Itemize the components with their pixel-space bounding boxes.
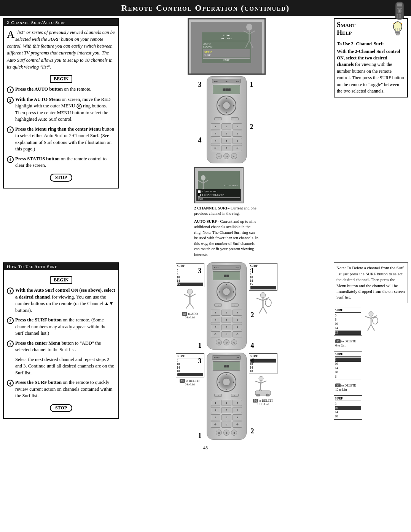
- auto-surf-tv: AUTO SURF AUTO SURF: [194, 167, 244, 203]
- remote-bottom-ring-area: ▲ ▼ ◀ ▶: [209, 282, 245, 302]
- step-3-item: 3 Press the Menu ring then the center Me…: [7, 126, 115, 153]
- step-2-item: 2 With the AUTO Menu on screen, move the…: [7, 96, 115, 123]
- page-bottom-section: How To Use Auto Surf BEGIN 1 With the Au…: [0, 260, 411, 442]
- remote-drawing-top: VOL ▲▼ CH ⬛⬛⬛ ▲ ▼ ◀ ▶: [207, 76, 247, 163]
- remote-ring-area: ▲ ▼ ◀ ▶: [209, 96, 245, 115]
- bottom-center-diagrams: SURF 5 8 10 14 15: [122, 262, 331, 440]
- bottom-step-2-circle: 2: [7, 317, 14, 324]
- smart-help-title-text: Smart Help: [337, 21, 355, 37]
- num-7: 7: [211, 138, 221, 144]
- step-2-label: 2: [250, 123, 253, 131]
- step-4-text: Press STATUS button on the remote contro…: [15, 156, 115, 169]
- remote-btn-b: ⊙: [223, 153, 229, 159]
- person-figure-3: [253, 375, 272, 398]
- num-5: 5: [221, 131, 231, 137]
- bn-0: 0: [221, 331, 231, 337]
- remote-bottom-btns-b: ⊙ ⊙ ⊙: [209, 339, 245, 345]
- smart-help-section: Smart Help: [334, 18, 408, 257]
- bn-5: 5: [221, 317, 231, 323]
- remote-b2-display: ⬛⬛: [213, 361, 240, 371]
- bn-8: 8: [221, 324, 231, 330]
- remote-b2-numpad: 1 2 3 4 5 6 7 8 9 ⊖ 0 ⊖: [209, 399, 245, 428]
- page-header: Remote Control Operation (continued): [0, 0, 411, 16]
- svg-line-48: [255, 381, 261, 383]
- svg-line-47: [260, 381, 261, 389]
- svg-point-33: [187, 289, 193, 294]
- remote-menu-ring: ▲ ▼ ◀ ▶: [217, 96, 236, 115]
- caption-2channel: 2 CHANNEL SURF- Current and one previous…: [194, 206, 259, 217]
- caption-autosurf: AUTO SURF - Current and up to nine addit…: [194, 219, 259, 257]
- bn-1: 1: [211, 310, 221, 316]
- lightbulb-icon: [390, 21, 405, 40]
- add-to-list-label: M to ADD6 to List: [182, 312, 198, 319]
- remote-bottom-menu-ring: ▲ ▼ ◀ ▶: [217, 282, 236, 302]
- remote-b2-center: [223, 378, 230, 386]
- bottom-step-1-circle: 1: [7, 288, 14, 294]
- bottom-right-section: Note: To Delete a channel from the Surf …: [334, 262, 408, 440]
- svg-line-43: [259, 307, 263, 313]
- channel-surf-overlay: AUTO SURF 2-CHANNEL SURF EXIT: [196, 189, 241, 201]
- bott-surf-3: SURF 3 10 14 18: [334, 395, 362, 420]
- step-2-label-b: 2: [251, 311, 254, 319]
- svg-point-55: [369, 312, 373, 316]
- remote-top-buttons: VOL ▲▼ CH: [212, 79, 241, 83]
- remote-top-with-steps: 3 4 1 2 VOL ▲▼ CH ⬛⬛⬛: [207, 76, 247, 163]
- bottom-remote-side-r: −: [231, 304, 239, 307]
- step-4-label-b: 1: [198, 342, 202, 350]
- remote-bottom-display: ⬛⬛: [213, 271, 240, 280]
- surf-ch-5: 5: [177, 269, 178, 272]
- bottom-stop-badge: STOP: [50, 404, 72, 412]
- to-use-label: To Use 2- Channel Surf:: [337, 41, 384, 46]
- num-minus: ⊖: [211, 145, 221, 151]
- step-1-text: Press the AUTO button on the remote.: [15, 86, 91, 93]
- smart-help-body-text: With the 2-Channel Surf control ON, sele…: [337, 48, 405, 95]
- caption-autosurf-bold: AUTO SURF -: [194, 219, 219, 224]
- b2n-minus2: ⊖: [233, 422, 242, 428]
- bottom-remote-1: 3 1 2 SURF ▲▼ ⬛⬛ ▲: [207, 262, 247, 350]
- bott-screen-3: SURF 3 10 14 18: [334, 395, 408, 421]
- svg-point-9: [77, 104, 81, 109]
- num-3: 3: [233, 123, 242, 129]
- svg-line-31: [401, 23, 402, 24]
- remote-b2-top-btn: ZOOM ▲▼: [212, 355, 241, 360]
- svg-line-16: [249, 40, 253, 48]
- svg-line-19: [198, 181, 203, 183]
- remote-b2-ring-area: ▲ ▼ ◀ ▶: [209, 372, 245, 392]
- remote-numpad-bottom: 1 2 3 4 5 6 7 8 9 ⊖ 0 ⊖: [209, 309, 245, 338]
- remote-display: ⬛⬛⬛: [213, 85, 240, 94]
- svg-line-14: [249, 31, 255, 34]
- bottom-stop-badge-row: STOP: [7, 403, 115, 414]
- bn-2: 2: [221, 310, 231, 316]
- step-4-label-b2: 4: [251, 342, 254, 350]
- step-1-label: 1: [250, 81, 253, 89]
- remote-top-diagram: 3 4 1 2 VOL ▲▼ CH ⬛⬛⬛: [188, 76, 266, 163]
- bottom-right-note-text: Note: To Delete a channel from the Surf …: [336, 265, 405, 299]
- num-8: 8: [221, 138, 231, 144]
- remote-b2-a: ⊙: [216, 430, 222, 436]
- bn-minus: ⊖: [211, 331, 221, 337]
- bottom-remote-side-l: +: [214, 304, 222, 307]
- step-4-label: 4: [198, 136, 202, 144]
- svg-line-49: [261, 381, 266, 383]
- b2-remote-r: −: [231, 394, 239, 397]
- b2n-0: 0: [221, 422, 231, 428]
- svg-point-61: [373, 317, 378, 324]
- drop-cap: A: [7, 30, 14, 39]
- stop-badge: STOP: [50, 174, 72, 182]
- bottom-begin-badge-row: BEGIN: [7, 275, 115, 286]
- num-0: 0: [221, 145, 231, 151]
- delete-to-list-label-2: M to DELETE10 to List: [253, 399, 273, 406]
- step-4-circle: 4: [7, 156, 14, 163]
- b2n-minus: ⊖: [211, 422, 221, 428]
- bott-delete-label-1: M to DELETE6 to List: [335, 339, 408, 348]
- svg-line-32: [393, 23, 394, 24]
- bottom-step-4-item: 4 Press the SURF button on the remote to…: [7, 379, 115, 399]
- svg-point-54: [266, 394, 269, 396]
- step-4-label-b3: 4: [251, 357, 254, 365]
- bottom-diagram-area: SURF 5 8 10 14 15: [122, 262, 331, 440]
- b2n-4: 4: [211, 407, 221, 413]
- remote-side-btn-l: +: [214, 117, 222, 120]
- svg-point-17: [201, 175, 206, 181]
- b2n-7: 7: [211, 414, 221, 420]
- surf-ch-8: 8: [177, 272, 178, 276]
